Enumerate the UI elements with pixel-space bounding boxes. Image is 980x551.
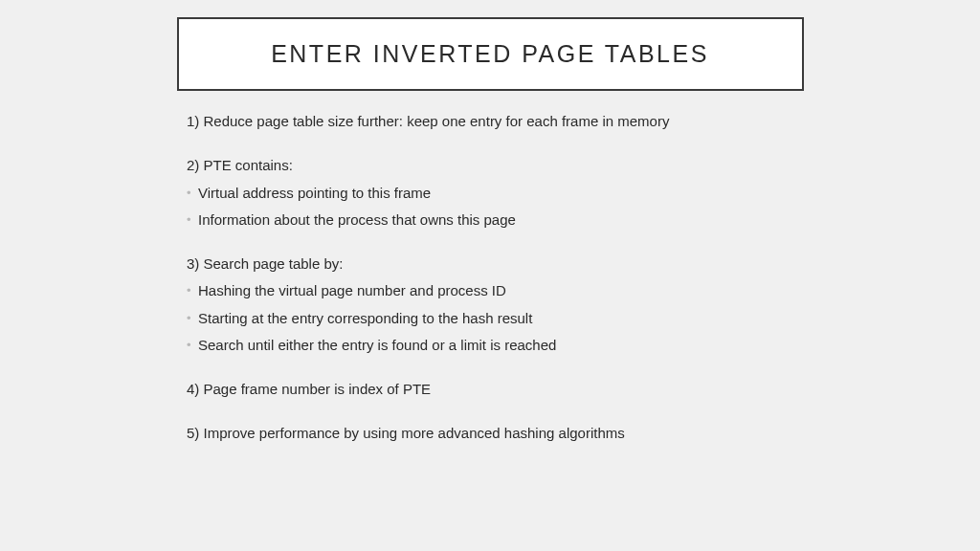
sub-bullet: Hashing the virtual page number and proc… [187,281,980,300]
item-heading: 2) PTE contains: [187,156,980,175]
sub-bullet: Information about the process that owns … [187,210,980,230]
slide-title: ENTER INVERTED PAGE TABLES [198,40,783,68]
item-heading: 3) Search page table by: [187,254,980,274]
item-heading: 1) Reduce page table size further: keep … [187,112,980,131]
sub-bullet: Virtual address pointing to this frame [187,184,980,203]
item-heading: 4) Page frame number is index of PTE [187,380,980,399]
item-heading: 5) Improve performance by using more adv… [187,424,980,443]
sub-bullet: Starting at the entry corresponding to t… [187,309,980,328]
list-item: 1) Reduce page table size further: keep … [187,112,980,131]
title-box: ENTER INVERTED PAGE TABLES [177,17,804,91]
list-item: 3) Search page table by: Hashing the vir… [187,254,980,355]
sub-bullet: Search until either the entry is found o… [187,336,980,355]
list-item: 2) PTE contains: Virtual address pointin… [187,156,980,230]
list-item: 4) Page frame number is index of PTE [187,380,980,399]
list-item: 5) Improve performance by using more adv… [187,424,980,443]
content-area: 1) Reduce page table size further: keep … [187,112,980,444]
